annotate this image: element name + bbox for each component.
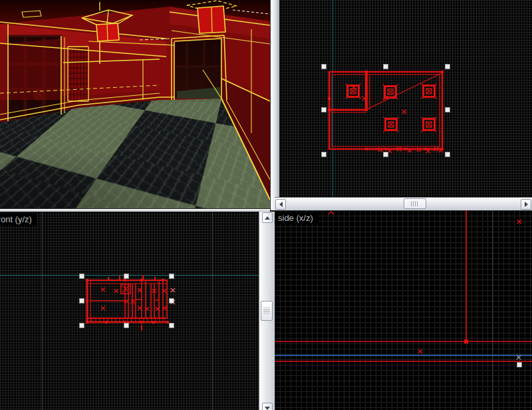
up-arrow-icon [265,216,270,220]
level-editor-window: front (y/z) [0,0,532,410]
vertex-side [464,339,468,343]
left-arrow-icon [279,202,283,207]
right-arrow-icon [525,202,528,207]
down-arrow-icon [265,407,270,410]
3d-scene-overlay [0,0,270,208]
thumb-grip-icon [411,201,419,206]
top-view-hscrollbar[interactable] [275,197,532,210]
vertical-splitter[interactable] [270,0,279,210]
hscrollbar-thumb[interactable] [404,198,426,209]
top-view-geometry [279,0,532,197]
room-walls [0,0,270,208]
viewport-2d-top[interactable] [279,0,532,197]
front-view-vscrollbar[interactable] [259,212,275,410]
vertex-x-marks-side [418,220,521,353]
scroll-left-button[interactable] [275,199,286,210]
viewport-3d-perspective[interactable] [0,0,270,208]
viewport-2d-side[interactable]: side (x/z) [275,210,532,410]
ghost-x-mark [517,355,521,359]
side-view-geometry [275,210,532,410]
room-outline-front [86,275,168,331]
scroll-down-button[interactable] [262,403,273,410]
front-view-geometry [0,212,259,410]
scroll-up-button[interactable] [262,212,273,223]
room-outline-top [329,72,442,149]
thumb-grip-icon [263,308,270,314]
light-entities-top[interactable] [346,84,437,132]
scroll-right-button[interactable] [521,199,531,210]
room-outline-side [275,210,532,361]
selection-handles-side[interactable] [517,363,522,367]
vscrollbar-thumb[interactable] [261,301,273,321]
vertex-x-marks-front [101,288,167,311]
viewport-2d-front[interactable]: front (y/z) [0,212,259,410]
